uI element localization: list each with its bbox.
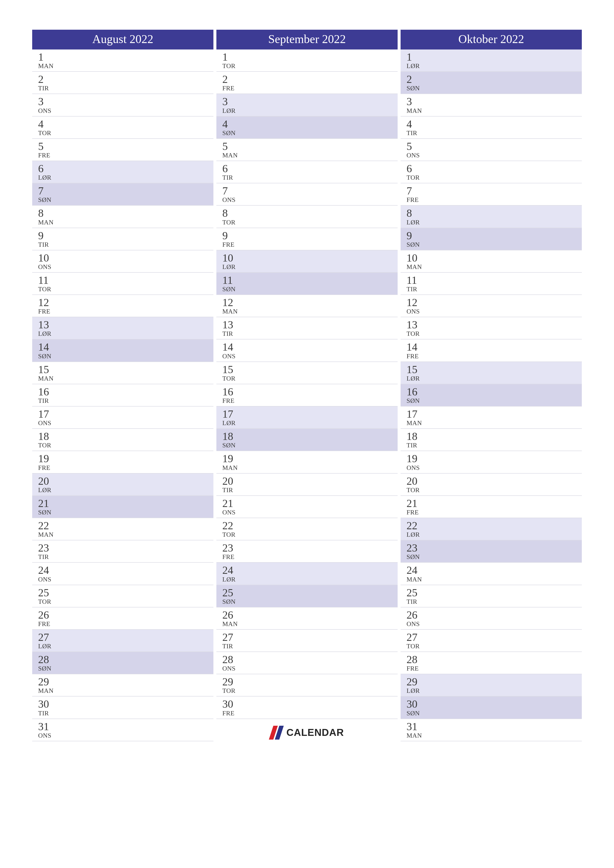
day-number: 16: [407, 386, 582, 398]
day-row: 25TIR: [401, 585, 582, 608]
day-number: 4: [222, 119, 398, 130]
day-number: 8: [407, 208, 582, 219]
weekday-label: TOR: [38, 129, 213, 137]
weekday-label: TIR: [407, 442, 582, 449]
day-number: 19: [407, 453, 582, 465]
day-number: 29: [222, 676, 398, 688]
day-row: 21ONS: [216, 496, 398, 518]
day-number: 22: [38, 520, 213, 532]
weekday-label: MAN: [407, 732, 582, 739]
day-row: 6LØR: [32, 161, 213, 183]
day-row: 22TOR: [216, 518, 398, 540]
day-number: 12: [222, 297, 398, 308]
weekday-label: MAN: [222, 620, 398, 628]
weekday-label: TIR: [222, 643, 398, 650]
weekday-label: MAN: [38, 219, 213, 226]
day-row: 7SØN: [32, 183, 213, 206]
day-number: 10: [38, 253, 213, 264]
day-number: 7: [222, 185, 398, 197]
weekday-label: SØN: [222, 285, 398, 293]
weekday-label: FRE: [407, 353, 582, 360]
weekday-label: LØR: [407, 531, 582, 538]
day-number: 13: [222, 319, 398, 330]
day-number: 1: [222, 51, 398, 63]
weekday-label: TIR: [222, 174, 398, 181]
month-title: September 2022: [216, 30, 398, 50]
day-number: 10: [407, 253, 582, 264]
brand-text: CALENDAR: [286, 727, 344, 738]
day-number: 6: [222, 163, 398, 174]
day-number: 20: [38, 476, 213, 487]
day-row: 18TIR: [401, 429, 582, 451]
day-number: 21: [38, 498, 213, 509]
day-row: 31ONS: [32, 719, 213, 741]
day-row: 20LØR: [32, 474, 213, 496]
weekday-label: TIR: [38, 553, 213, 561]
weekday-label: TIR: [38, 397, 213, 405]
weekday-label: TOR: [407, 487, 582, 494]
day-number: 26: [222, 609, 398, 621]
day-number: 29: [407, 676, 582, 688]
weekday-label: LØR: [222, 107, 398, 115]
weekday-label: TIR: [407, 598, 582, 606]
day-row: 1MAN: [32, 50, 213, 72]
day-row: 16FRE: [216, 384, 398, 406]
day-number: 24: [38, 565, 213, 576]
day-row: 19ONS: [401, 451, 582, 473]
day-row: 8TOR: [216, 206, 398, 228]
day-number: 17: [38, 409, 213, 420]
day-row: 15MAN: [32, 362, 213, 384]
weekday-label: FRE: [407, 509, 582, 516]
weekday-label: LØR: [222, 576, 398, 583]
weekday-label: TOR: [407, 643, 582, 650]
day-row: 13TIR: [216, 317, 398, 339]
day-number: 17: [407, 409, 582, 420]
day-row: 4TIR: [401, 116, 582, 139]
day-row: 8LØR: [401, 206, 582, 228]
day-row: 16SØN: [401, 384, 582, 406]
day-number: 11: [407, 274, 582, 286]
day-row: 1TOR: [216, 50, 398, 72]
weekday-label: SØN: [38, 353, 213, 360]
day-number: 12: [38, 297, 213, 308]
day-number: 24: [407, 565, 582, 576]
day-number: 25: [222, 587, 398, 598]
brand-logo: CALENDAR: [216, 719, 398, 741]
day-number: 3: [407, 96, 582, 107]
weekday-label: TOR: [222, 219, 398, 226]
day-row: 12FRE: [32, 295, 213, 317]
day-number: 11: [38, 274, 213, 286]
day-row: 23SØN: [401, 540, 582, 563]
day-number: 19: [222, 453, 398, 465]
day-row: 14ONS: [216, 339, 398, 362]
weekday-label: ONS: [38, 107, 213, 115]
day-row: 26ONS: [401, 608, 582, 630]
month-column: August 20221MAN2TIR3ONS4TOR5FRE6LØR7SØN8…: [32, 30, 213, 741]
day-row: 3LØR: [216, 94, 398, 116]
weekday-label: TOR: [222, 531, 398, 538]
day-row: 13LØR: [32, 317, 213, 339]
day-row: 28FRE: [401, 652, 582, 674]
day-row: 21SØN: [32, 496, 213, 518]
weekday-label: MAN: [222, 152, 398, 159]
day-row: 7FRE: [401, 183, 582, 206]
day-number: 9: [407, 230, 582, 242]
day-row: 18SØN: [216, 429, 398, 451]
day-row: 16TIR: [32, 384, 213, 406]
weekday-label: SØN: [407, 241, 582, 248]
weekday-label: ONS: [407, 152, 582, 159]
day-number: 3: [222, 96, 398, 107]
weekday-label: TOR: [222, 62, 398, 70]
day-row: 11SØN: [216, 273, 398, 295]
day-number: 15: [407, 364, 582, 375]
weekday-label: ONS: [38, 732, 213, 739]
weekday-label: LØR: [38, 174, 213, 181]
day-row: 19MAN: [216, 451, 398, 473]
day-number: 30: [222, 699, 398, 710]
day-number: 28: [38, 654, 213, 665]
day-row: 14SØN: [32, 339, 213, 362]
day-row: 5MAN: [216, 139, 398, 161]
weekday-label: ONS: [38, 576, 213, 583]
weekday-label: MAN: [407, 107, 582, 115]
day-number: 30: [38, 699, 213, 710]
